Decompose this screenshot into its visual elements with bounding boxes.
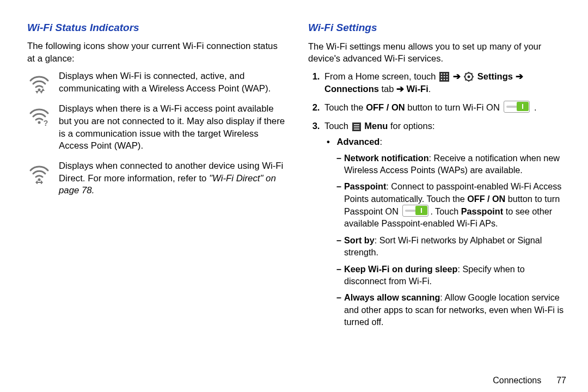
intro-text: The following icons show your current Wi… — [27, 40, 286, 65]
arrow-icon: ➔ — [453, 71, 463, 81]
text: button to turn Wi-Fi ON — [405, 102, 503, 112]
reference-link: "Wi-Fi Direct" — [209, 173, 263, 183]
wifi-label: Wi-Fi — [404, 84, 428, 94]
connections-label: Connections — [324, 84, 379, 94]
svg-point-13 — [446, 78, 448, 80]
opt-title: Always allow scanning — [344, 292, 440, 302]
indicator-row-available: ? Displays when there is a Wi-Fi access … — [27, 103, 286, 152]
option-sort-by: Sort by: Sort Wi-Fi networks by Alphabet… — [344, 234, 567, 259]
left-column: Wi-Fi Status Indicators The following ic… — [27, 22, 286, 387]
section-title-indicators: Wi-Fi Status Indicators — [27, 22, 286, 34]
svg-point-5 — [441, 73, 443, 75]
menu-label: Menu — [364, 121, 388, 131]
indicator-desc: Displays when connected to another devic… — [59, 160, 286, 197]
svg-point-11 — [441, 78, 443, 80]
opt-title: Passpoint — [344, 181, 386, 191]
settings-gear-icon — [464, 72, 474, 82]
indicator-desc: Displays when Wi-Fi is connected, active… — [59, 70, 286, 95]
option-always-scan: Always allow scanning: Allow Google loca… — [344, 291, 567, 328]
text: Touch — [324, 121, 351, 131]
toggle-on-icon — [402, 205, 428, 217]
advanced-item: Advanced: Network notification: Receive … — [334, 136, 567, 328]
passpoint-word: Passpoint — [461, 206, 503, 216]
intro-text: The Wi-Fi settings menu allows you to se… — [308, 40, 567, 65]
text: . Touch — [430, 206, 461, 216]
off-on-label: OFF / ON — [366, 102, 405, 112]
text: tab — [379, 84, 396, 94]
svg-point-8 — [441, 76, 443, 77]
advanced-sublist: Network notification: Receive a notifica… — [334, 152, 567, 328]
text: for options: — [388, 121, 434, 131]
text: Touch the — [324, 102, 366, 112]
svg-line-23 — [465, 79, 467, 80]
wifi-active-icon — [27, 71, 51, 95]
off-on-label: OFF / ON — [467, 194, 505, 204]
opt-title: Sort by — [344, 235, 375, 245]
option-network-notification: Network notification: Receive a notifica… — [344, 152, 567, 176]
footer-section: Connections — [493, 376, 541, 385]
option-keep-wifi: Keep Wi-Fi on during sleep: Specify when… — [344, 263, 567, 287]
arrow-icon: ➔ — [516, 71, 523, 81]
svg-point-12 — [444, 78, 445, 80]
page-footer: Connections77 — [493, 376, 566, 385]
section-title-settings: Wi-Fi Settings — [308, 22, 567, 34]
svg-point-15 — [468, 75, 470, 78]
indicator-desc: Displays when there is a Wi-Fi access po… — [59, 103, 286, 152]
step-1: From a Home screen, touch ➔ Settings ➔ C… — [322, 70, 567, 96]
opt-title: Network notification — [344, 153, 429, 163]
footer-page-number: 77 — [556, 376, 566, 385]
svg-point-3 — [38, 179, 41, 181]
step-2: Touch the OFF / ON button to turn Wi-Fi … — [322, 101, 567, 114]
svg-line-22 — [471, 73, 473, 74]
step-3: Touch Menu for options: Advanced: Networ… — [322, 120, 567, 328]
arrow-icon: ➔ — [396, 84, 404, 94]
svg-point-10 — [446, 76, 448, 77]
svg-point-7 — [446, 73, 448, 75]
menu-icon — [352, 122, 361, 131]
right-column: Wi-Fi Settings The Wi-Fi settings menu a… — [308, 22, 567, 387]
opt-title: Keep Wi-Fi on during sleep — [344, 264, 458, 274]
svg-line-20 — [465, 73, 467, 74]
svg-text:?: ? — [44, 119, 48, 127]
svg-point-0 — [38, 89, 41, 91]
text: From a Home screen, touch — [324, 71, 438, 81]
indicator-row-direct: Displays when connected to another devic… — [27, 160, 286, 197]
svg-point-9 — [444, 76, 445, 77]
wifi-direct-icon — [27, 161, 51, 185]
advanced-label: Advanced — [337, 137, 380, 146]
toggle-on-icon — [504, 101, 530, 113]
option-passpoint: Passpoint: Connect to passpoint-enabled … — [344, 180, 567, 229]
svg-line-21 — [471, 79, 473, 80]
svg-point-6 — [444, 73, 445, 75]
steps-list: From a Home screen, touch ➔ Settings ➔ C… — [310, 70, 567, 328]
indicator-row-active: Displays when Wi-Fi is connected, active… — [27, 70, 286, 95]
settings-label: Settings — [477, 71, 516, 81]
wifi-available-icon: ? — [27, 104, 51, 128]
options-bullet: Advanced: Network notification: Receive … — [324, 136, 567, 328]
svg-point-1 — [38, 121, 41, 124]
apps-grid-icon — [439, 72, 449, 82]
